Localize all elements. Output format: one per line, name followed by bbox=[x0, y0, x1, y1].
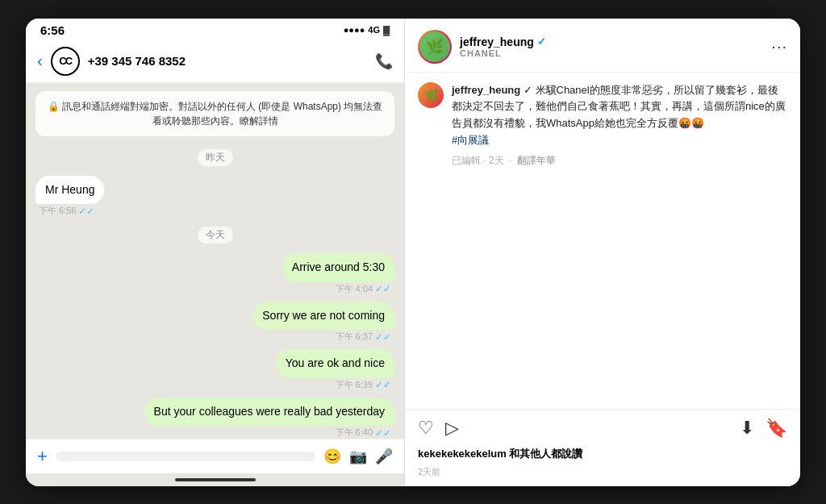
contact-info: +39 345 746 8352 bbox=[88, 54, 367, 68]
message-row: Sorry we are not coming 下午 6:37 ✓✓ bbox=[35, 302, 394, 344]
message-text: Arrive around 5:30 bbox=[292, 260, 385, 273]
read-receipt: ✓✓ bbox=[375, 331, 391, 343]
username-text: jeffrey_heung bbox=[460, 35, 534, 48]
avatar: 🌿 bbox=[418, 30, 452, 64]
message-time: 下午 6:37 bbox=[336, 331, 373, 343]
home-bar bbox=[175, 478, 256, 481]
share-button[interactable]: ▷ bbox=[445, 418, 459, 439]
likes-text: kekekekekekelum 和其他人都說讚 bbox=[418, 448, 582, 460]
camera-icon[interactable]: 📷 bbox=[349, 448, 367, 465]
message-time: 下午 4:04 bbox=[336, 283, 373, 295]
message-text: But your colleagues were really bad yest… bbox=[154, 405, 385, 418]
message-text: Sorry we are not coming bbox=[262, 309, 385, 322]
date-today: 今天 bbox=[198, 227, 233, 244]
battery-icon: ▓ bbox=[383, 25, 390, 35]
phone-screenshot: 6:56 ●●●● 4G ▓ ‹ CC +39 345 746 8352 📞 🔒… bbox=[26, 19, 405, 486]
hashtag: #向展議 bbox=[452, 134, 489, 146]
read-receipt: ✓✓ bbox=[375, 427, 391, 439]
back-button[interactable]: ‹ bbox=[37, 52, 43, 70]
chanel-logo: CC bbox=[51, 47, 80, 76]
message-meta: 下午 6:56 ✓✓ bbox=[35, 205, 98, 217]
translate-link[interactable]: 翻譯年華 bbox=[517, 155, 556, 166]
like-button[interactable]: ♡ bbox=[418, 418, 434, 439]
signal-icon: ●●●● bbox=[344, 25, 365, 35]
read-receipt: ✓✓ bbox=[375, 283, 391, 294]
attachment-button[interactable]: + bbox=[37, 446, 48, 467]
bookmark-button[interactable]: 🔖 bbox=[766, 418, 787, 439]
edited-label: 已編輯 · 2天 · 翻譯年華 bbox=[452, 154, 787, 168]
chat-header: ‹ CC +39 345 746 8352 📞 bbox=[26, 40, 404, 83]
action-bar: ♡ ▷ ⬇ 🔖 bbox=[405, 409, 800, 447]
message-bubble: But your colleagues were really bad yest… bbox=[144, 398, 394, 427]
sticker-icon[interactable]: 😊 bbox=[323, 448, 341, 465]
avatar-inner: 🌿 bbox=[419, 31, 450, 62]
username[interactable]: jeffrey_heung ✓ bbox=[460, 35, 763, 48]
message-row: You are ok and nice 下午 6:39 ✓✓ bbox=[35, 349, 394, 391]
message-bubble: Arrive around 5:30 bbox=[282, 253, 394, 282]
call-button[interactable]: 📞 bbox=[375, 52, 393, 70]
mic-icon[interactable]: 🎤 bbox=[375, 448, 393, 465]
security-text: 🔒 訊息和通話經端對端加密。對話以外的任何人 (即使是 WhatsApp) 均無… bbox=[48, 101, 383, 127]
verified-badge: ✓ bbox=[537, 35, 546, 48]
download-button[interactable]: ⬇ bbox=[740, 418, 754, 439]
main-card: 6:56 ●●●● 4G ▓ ‹ CC +39 345 746 8352 📞 🔒… bbox=[26, 19, 800, 486]
message-time: 下午 6:40 bbox=[336, 427, 373, 438]
caption-username: jeffrey_heung bbox=[452, 84, 520, 96]
message-meta: 下午 4:04 ✓✓ bbox=[332, 283, 394, 295]
chat-footer: + 😊 📷 🎤 bbox=[26, 439, 404, 473]
message-meta: 下午 6:39 ✓✓ bbox=[332, 379, 394, 391]
contact-name: +39 345 746 8352 bbox=[88, 54, 367, 68]
message-row: But your colleagues were really bad yest… bbox=[35, 398, 394, 439]
read-receipt: ✓✓ bbox=[375, 379, 391, 390]
post-caption: jeffrey_heung ✓ 米驥Chanel的態度非常惡劣，所以留了幾套衫，… bbox=[452, 82, 787, 149]
message-time: 下午 6:56 bbox=[39, 205, 76, 217]
message-bubble: You are ok and nice bbox=[276, 349, 394, 378]
network-label: 4G bbox=[368, 25, 380, 35]
edited-time: 已編輯 · 2天 bbox=[452, 155, 504, 166]
read-receipt: ✓✓ bbox=[78, 206, 94, 217]
status-icons: ●●●● 4G ▓ bbox=[344, 25, 390, 35]
more-options-button[interactable]: ··· bbox=[771, 37, 787, 56]
caption-block: jeffrey_heung ✓ 米驥Chanel的態度非常惡劣，所以留了幾套衫，… bbox=[452, 82, 787, 399]
message-meta: 下午 6:37 ✓✓ bbox=[332, 331, 394, 343]
message-row: Arrive around 5:30 下午 4:04 ✓✓ bbox=[35, 253, 394, 295]
status-bar: 6:56 ●●●● 4G ▓ bbox=[26, 19, 404, 40]
message-text: Mr Heung bbox=[45, 183, 94, 196]
channel-label: CHANEL bbox=[460, 48, 763, 58]
instagram-panel: 🌿 jeffrey_heung ✓ CHANEL ··· 🌿 jeffrey_h… bbox=[405, 19, 800, 486]
message-text: You are ok and nice bbox=[286, 356, 385, 369]
user-info: jeffrey_heung ✓ CHANEL bbox=[460, 35, 763, 58]
content-avatar: 🌿 bbox=[418, 82, 444, 108]
status-time: 6:56 bbox=[40, 23, 65, 37]
post-header: 🌿 jeffrey_heung ✓ CHANEL ··· bbox=[405, 19, 800, 73]
verified-inline: ✓ bbox=[524, 84, 536, 96]
message-row: Mr Heung 下午 6:56 ✓✓ bbox=[35, 176, 394, 218]
date-yesterday: 昨天 bbox=[198, 149, 233, 166]
home-indicator bbox=[26, 473, 404, 486]
security-notice: 🔒 訊息和通話經端對端加密。對話以外的任何人 (即使是 WhatsApp) 均無… bbox=[35, 91, 394, 136]
message-bubble: Mr Heung bbox=[35, 176, 104, 205]
message-bubble: Sorry we are not coming bbox=[252, 302, 394, 331]
likes-line: kekekekekekelum 和其他人都說讚 bbox=[405, 447, 800, 466]
post-time: 2天前 bbox=[405, 466, 800, 486]
chat-area: 🔒 訊息和通話經端對端加密。對話以外的任何人 (即使是 WhatsApp) 均無… bbox=[26, 83, 404, 439]
post-content: 🌿 jeffrey_heung ✓ 米驥Chanel的態度非常惡劣，所以留了幾套… bbox=[405, 73, 800, 409]
message-time: 下午 6:39 bbox=[336, 379, 373, 391]
message-input[interactable] bbox=[56, 452, 315, 461]
message-meta: 下午 6:40 ✓✓ bbox=[332, 427, 394, 438]
